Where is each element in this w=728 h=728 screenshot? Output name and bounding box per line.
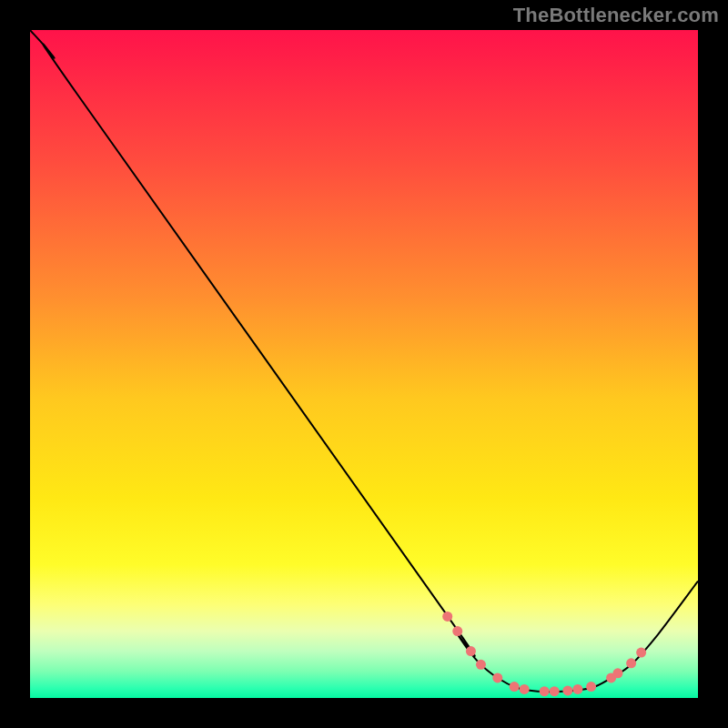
data-marker bbox=[562, 685, 572, 695]
data-marker bbox=[492, 672, 502, 682]
data-marker bbox=[452, 626, 462, 636]
data-marker bbox=[612, 668, 622, 678]
chart-frame: TheBottlenecker.com bbox=[0, 0, 728, 728]
attribution-text: TheBottlenecker.com bbox=[513, 4, 719, 27]
data-marker bbox=[626, 658, 636, 668]
data-marker bbox=[476, 660, 486, 670]
data-marker bbox=[572, 684, 582, 694]
plot-area bbox=[30, 30, 698, 698]
data-marker bbox=[466, 646, 476, 656]
data-marker bbox=[636, 648, 646, 658]
data-marker bbox=[510, 682, 520, 692]
data-marker bbox=[540, 686, 550, 696]
gradient-background bbox=[30, 30, 698, 698]
bottleneck-chart bbox=[30, 30, 698, 698]
data-marker bbox=[442, 612, 452, 622]
data-marker bbox=[586, 682, 596, 692]
data-marker bbox=[550, 686, 560, 696]
data-marker bbox=[520, 684, 530, 694]
